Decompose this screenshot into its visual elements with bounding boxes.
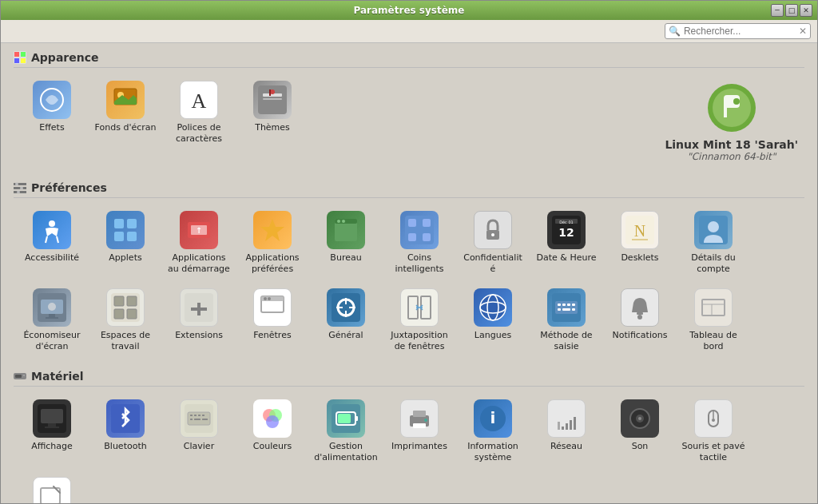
item-econo[interactable]: Économiseur d'écran: [17, 284, 87, 358]
svg-point-18: [733, 98, 740, 105]
souris-icon: [694, 399, 733, 438]
section-apparence: Apparence Effets: [14, 51, 804, 169]
item-juxta[interactable]: Juxtaposition de fenêtres: [384, 284, 455, 358]
fenetres-label: Fenêtres: [253, 330, 291, 341]
section-title-materiel: Matériel: [31, 370, 84, 383]
item-infosys[interactable]: i Information système: [458, 395, 528, 469]
svg-point-97: [637, 315, 642, 319]
item-son[interactable]: Son: [605, 395, 675, 469]
item-general[interactable]: Général: [311, 284, 381, 358]
prefs-icon: [14, 181, 26, 194]
item-startup[interactable]: ↑ Applications au démarrage: [164, 206, 234, 280]
item-souris[interactable]: Souris et pavé tactile: [678, 395, 749, 469]
preferences-grid: Accessibilité Applets ↑ Applications au …: [14, 206, 804, 357]
item-fonds[interactable]: Fonds d'écran: [90, 76, 161, 150]
item-extensions[interactable]: Extensions: [164, 284, 234, 358]
item-bureau[interactable]: Bureau: [311, 206, 381, 280]
svg-rect-130: [413, 423, 426, 428]
applets-icon: [106, 211, 145, 249]
section-header-preferences: Préférences: [14, 181, 804, 198]
item-polices[interactable]: A Polices de caractères: [164, 76, 234, 150]
general-label: Général: [328, 330, 363, 341]
mint-version: Linux Mint 18 'Sarah': [665, 138, 798, 151]
bureau-icon: [327, 211, 365, 249]
svg-rect-112: [190, 415, 193, 416]
search-box: 🔍 ✕: [665, 23, 811, 39]
datetime-label: Date & Heure: [537, 252, 597, 264]
svg-point-147: [712, 419, 715, 422]
item-conf[interactable]: Confidentialité: [458, 206, 528, 280]
materiel-grid: Affichage Bluetooth Clavier: [14, 395, 804, 503]
item-imprimantes[interactable]: Imprimantes: [384, 395, 455, 469]
svg-rect-92: [558, 308, 561, 311]
item-affichage[interactable]: Affichage: [17, 395, 87, 469]
svg-rect-96: [637, 312, 643, 315]
svg-rect-118: [202, 419, 208, 420]
svg-point-61: [48, 303, 56, 311]
item-notif[interactable]: Notifications: [605, 284, 675, 358]
item-desklets[interactable]: N Desklets: [605, 206, 675, 280]
section-header-apparence: Apparence: [14, 51, 804, 68]
svg-point-72: [268, 297, 271, 300]
section-header-materiel: Matériel: [14, 370, 804, 387]
extensions-label: Extensions: [175, 330, 223, 341]
item-couleurs[interactable]: Couleurs: [237, 395, 308, 469]
clavier-icon: [180, 399, 218, 438]
item-clavier[interactable]: Clavier: [164, 395, 234, 469]
details-icon: [694, 211, 733, 249]
item-fenetres[interactable]: Fenêtres: [237, 284, 308, 358]
methode-label: Méthode de saisie: [534, 330, 598, 353]
item-gestion[interactable]: Gestion d'alimentation: [311, 395, 381, 469]
item-tableau[interactable]: Tableau de bord: [678, 284, 749, 358]
item-applets[interactable]: Applets: [90, 206, 161, 280]
item-methode[interactable]: Méthode de saisie: [531, 284, 602, 358]
svg-rect-60: [46, 317, 58, 319]
maximize-button[interactable]: □: [785, 4, 798, 17]
item-themes[interactable]: Thèmes: [237, 76, 308, 150]
imprimantes-icon: [400, 399, 439, 438]
desklets-icon: N: [621, 211, 659, 249]
svg-rect-43: [408, 233, 416, 241]
svg-point-71: [264, 297, 267, 300]
item-appspref[interactable]: Applications préférées: [237, 206, 308, 280]
search-clear-button[interactable]: ✕: [799, 26, 807, 37]
toolbar: 🔍 ✕: [1, 20, 817, 43]
svg-rect-91: [572, 304, 575, 306]
close-button[interactable]: ✕: [800, 4, 812, 17]
applets-label: Applets: [109, 252, 141, 264]
svg-point-143: [638, 417, 641, 420]
affichage-icon: [33, 399, 71, 438]
svg-point-39: [342, 220, 345, 223]
item-espaces[interactable]: Espaces de travail: [90, 284, 161, 358]
item-coins[interactable]: Coins intelligents: [384, 206, 455, 280]
svg-point-122: [266, 415, 279, 428]
svg-rect-116: [190, 419, 193, 420]
svg-rect-139: [558, 422, 560, 430]
item-reseau[interactable]: Réseau: [531, 395, 602, 469]
item-accessibilite[interactable]: Accessibilité: [17, 206, 87, 280]
search-input[interactable]: [684, 26, 796, 37]
item-tablette[interactable]: Tablette graphique: [17, 472, 87, 503]
svg-rect-106: [41, 409, 63, 423]
apparence-grid: Effets Fonds d'écran A Police: [14, 76, 658, 150]
svg-rect-2: [21, 52, 26, 57]
item-langues[interactable]: Langues: [458, 284, 528, 358]
item-effets[interactable]: Effets: [17, 76, 87, 150]
main-window: Paramètres système ─ □ ✕ 🔍 ✕: [0, 0, 818, 504]
svg-rect-1: [14, 52, 19, 57]
item-details[interactable]: Détails du compte: [678, 206, 749, 280]
svg-rect-94: [572, 308, 575, 311]
juxta-icon: [400, 288, 439, 327]
item-datetime[interactable]: Déc 0112 Date & Heure: [531, 206, 602, 280]
svg-point-56: [708, 221, 719, 232]
minimize-button[interactable]: ─: [771, 4, 784, 17]
startup-icon: ↑: [180, 211, 218, 249]
coins-icon: [400, 211, 439, 249]
svg-rect-15: [269, 89, 271, 96]
svg-rect-42: [423, 219, 431, 227]
svg-rect-64: [127, 296, 137, 306]
effets-label: Effets: [39, 122, 64, 133]
item-bluetooth[interactable]: Bluetooth: [90, 395, 161, 469]
access-icon: [33, 211, 71, 249]
svg-rect-107: [48, 423, 56, 427]
